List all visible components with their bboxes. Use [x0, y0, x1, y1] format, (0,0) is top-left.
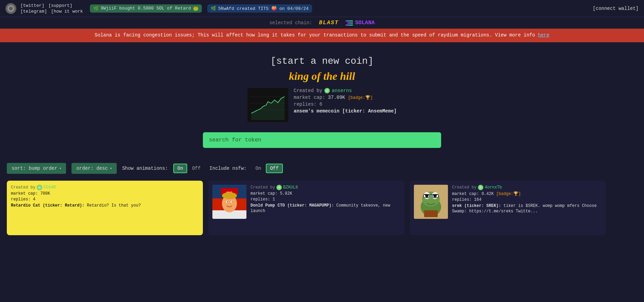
trump-image: MAKE [212, 185, 246, 219]
coin-3-mcap-value: 9.42K [481, 192, 494, 196]
main-content: [start a new coin] king of the hill C [0, 42, 644, 163]
coin-1-mcap-value: 700K [40, 191, 50, 196]
ticker1-text: 9WjiiF bought 0.5000 SOL of Retard [101, 6, 191, 11]
king-creator-avatar [324, 88, 330, 93]
topbar-left: [twitter] [support] [telegram] [how it w… [5, 3, 83, 14]
coin-1-replies-count: 4 [33, 197, 35, 202]
logo-icon[interactable] [5, 3, 16, 14]
ticker1-emoji: 🌿 [93, 6, 99, 11]
search-container [203, 132, 441, 148]
coin-1-mcap-label: market cap: [11, 191, 38, 196]
show-animations-off-button[interactable]: Off [189, 164, 204, 172]
coin-card-1[interactable]: Created by FCh4R market cap: 700K replie… [7, 181, 203, 235]
sort-button[interactable]: sort: bump order ▾ [7, 163, 66, 174]
king-replies-count: 6 [319, 102, 322, 107]
king-coin-card[interactable]: Created by anserns market cap: 37.09K [b… [247, 88, 397, 122]
coin-3-created-label: Created by [452, 185, 477, 190]
coin-3-avatar [478, 185, 483, 190]
coin-1-replies: replies: 4 [11, 197, 199, 202]
ticker2-emoji: 🌿 [211, 6, 216, 11]
solana-icon [345, 20, 353, 26]
coin-2-mcap: market cap: 5.82K [251, 191, 400, 196]
coin-2-mcap-label: market cap: [251, 191, 277, 196]
topbar: [twitter] [support] [telegram] [how it w… [0, 0, 644, 17]
coin-2-creator[interactable]: BZKUL8 [283, 185, 298, 190]
coin-2-replies-count: 1 [273, 197, 275, 202]
coin-3-creator[interactable]: 4ornxTb [485, 185, 502, 190]
twitter-link[interactable]: [twitter] [20, 3, 44, 8]
ticker2-text: 5RwAfd created TITS 🍑 on 04/09/24 [218, 6, 309, 11]
coin-grid: Created by FCh4R market cap: 700K replie… [0, 181, 613, 235]
svg-rect-27 [424, 210, 438, 217]
king-market-cap: market cap: 37.09K [badge:🏆] [294, 95, 397, 100]
chain-solana-button[interactable]: SOLANA [345, 20, 375, 26]
chain-blast-button[interactable]: BLAST [319, 20, 339, 26]
show-animations-on-button[interactable]: On [173, 164, 187, 173]
coin-card-3[interactable]: Created by 4ornxTb market cap: 9.42K [ba… [410, 181, 606, 235]
coin-3-mcap-label: market cap: [452, 192, 479, 196]
alert-text: Solana is facing congestion issues; This… [95, 32, 535, 38]
order-chevron-icon: ▾ [110, 166, 112, 170]
chain-selector: selected chain: BLAST SOLANA [0, 17, 644, 29]
coin-3-replies-label: replies: [452, 197, 472, 202]
include-nsfw-toggle: On Off [252, 164, 283, 173]
coin-1-description: Retardio Cat (ticker: Retard): Retardio?… [11, 203, 199, 209]
coin-1-info: Created by FCh4R market cap: 700K replie… [11, 185, 199, 209]
coin-3-badge: [badge:🏆] [496, 192, 521, 196]
ticker1-coin-emoji: 🐸 [193, 6, 198, 11]
include-nsfw-on-button[interactable]: On [252, 164, 265, 172]
sort-label: sort: bump order [12, 166, 57, 171]
order-button[interactable]: order: desc ▾ [71, 163, 116, 174]
king-of-hill-title: king of the hill [289, 70, 355, 82]
coin-3-image [414, 185, 448, 219]
telegram-link[interactable]: [telegram] [20, 9, 47, 14]
king-replies: replies: 6 [294, 102, 397, 107]
show-animations-label: Show animations: [122, 166, 168, 171]
coin-3-created: Created by 4ornxTb [452, 185, 602, 190]
coin-2-info: Created by BZKUL8 market cap: 5.82K repl… [251, 185, 400, 214]
king-badge: [badge:🏆] [348, 95, 373, 100]
alert-link[interactable]: here [538, 32, 549, 38]
coin-1-created-label: Created by [11, 185, 35, 190]
support-link[interactable]: [support] [48, 3, 72, 8]
alert-banner: Solana is facing congestion issues; This… [0, 29, 644, 42]
king-mcap-value: 37.09K [328, 95, 345, 100]
coin-1-creator[interactable]: FCh4R [44, 185, 56, 190]
king-mcap-label: market cap: [294, 95, 325, 100]
chain-label: selected chain: [269, 20, 312, 26]
connect-wallet-button[interactable]: [connect wallet] [593, 6, 639, 11]
ticker-item-2[interactable]: 🌿 5RwAfd created TITS 🍑 on 04/09/24 [207, 4, 312, 13]
coin-2-description: Donld Pump CTO (ticker: MAGAPUMP): Commu… [251, 203, 400, 214]
frog-image [414, 185, 448, 219]
coin-1-title: Retardio Cat (ticker: Retard): [11, 203, 84, 208]
coin-2-avatar [276, 185, 282, 190]
svg-point-12 [222, 192, 237, 199]
king-created-label: Created by [294, 88, 322, 93]
coin-3-title: srek (ticker: SREK): [452, 203, 501, 208]
topbar-links: [twitter] [support] [telegram] [how it w… [20, 3, 83, 14]
search-input[interactable] [203, 132, 441, 148]
coin-3-mcap: market cap: 9.42K [badge:🏆] [452, 191, 602, 196]
king-coin-image [247, 88, 288, 122]
king-created-by: Created by anserns [294, 88, 397, 93]
coin-card-2[interactable]: MAKE [208, 181, 404, 235]
coin-2-replies-label: replies: [251, 197, 270, 202]
how-it-works-link[interactable]: [how it work [51, 9, 83, 14]
king-creator-name[interactable]: anserns [332, 88, 352, 93]
sort-chevron-icon: ▾ [59, 166, 61, 170]
ticker-banner: 🌿 9WjiiF bought 0.5000 SOL of Retard 🐸 🌿… [90, 4, 586, 13]
coin-3-replies-count: 164 [474, 197, 482, 202]
include-nsfw-off-button[interactable]: Off [266, 164, 283, 173]
svg-point-15 [227, 201, 228, 202]
coin-2-replies: replies: 1 [251, 197, 400, 202]
include-nsfw-label: Include nsfw: [209, 166, 246, 171]
coin-2-created: Created by BZKUL8 [251, 185, 400, 190]
coin-1-avatar [37, 185, 42, 190]
coin-1-mcap: market cap: 700K [11, 191, 199, 196]
coin-3-description: srek (ticker: SREK): tiker is $SREK. wom… [452, 203, 602, 215]
coin-2-image: MAKE [212, 185, 246, 219]
start-coin-button[interactable]: [start a new coin] [271, 56, 373, 66]
ticker-item-1[interactable]: 🌿 9WjiiF bought 0.5000 SOL of Retard 🐸 [90, 4, 202, 13]
solana-label: SOLANA [355, 20, 375, 26]
coin-2-created-label: Created by [251, 185, 275, 190]
